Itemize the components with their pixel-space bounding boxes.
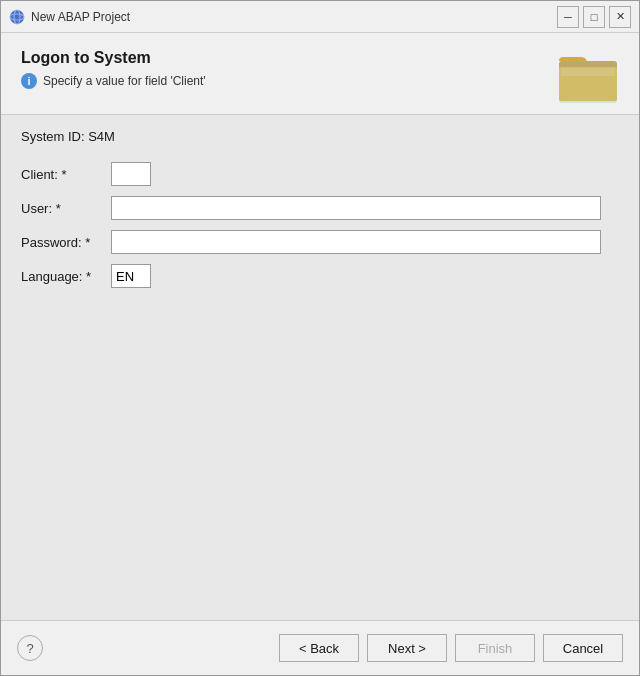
- password-required: *: [85, 235, 90, 250]
- password-label: Password: *: [21, 235, 111, 250]
- maximize-button[interactable]: □: [583, 6, 605, 28]
- svg-point-0: [10, 10, 24, 24]
- header-text: Logon to System i Specify a value for fi…: [21, 49, 549, 89]
- footer-buttons: < Back Next > Finish Cancel: [279, 634, 623, 662]
- window: New ABAP Project ─ □ ✕ Logon to System i…: [0, 0, 640, 676]
- app-icon: [9, 9, 25, 25]
- language-input-wrapper: [111, 264, 601, 288]
- cancel-button[interactable]: Cancel: [543, 634, 623, 662]
- system-id-label: System ID:: [21, 129, 85, 144]
- window-controls: ─ □ ✕: [557, 6, 631, 28]
- subtitle-text: Specify a value for field 'Client': [43, 74, 206, 88]
- folder-icon: [559, 49, 619, 104]
- language-label: Language: *: [21, 269, 111, 284]
- client-label: Client: *: [21, 167, 111, 182]
- footer: ? < Back Next > Finish Cancel: [1, 620, 639, 675]
- user-input[interactable]: [111, 196, 601, 220]
- content-area: Logon to System i Specify a value for fi…: [1, 33, 639, 620]
- user-label: User: *: [21, 201, 111, 216]
- info-icon: i: [21, 73, 37, 89]
- header-section: Logon to System i Specify a value for fi…: [1, 33, 639, 114]
- svg-rect-6: [559, 61, 617, 103]
- system-id-value: S4M: [88, 129, 115, 144]
- page-title: Logon to System: [21, 49, 549, 67]
- client-required: *: [61, 167, 66, 182]
- close-button[interactable]: ✕: [609, 6, 631, 28]
- client-input[interactable]: [111, 162, 151, 186]
- next-button[interactable]: Next >: [367, 634, 447, 662]
- minimize-button[interactable]: ─: [557, 6, 579, 28]
- finish-button[interactable]: Finish: [455, 634, 535, 662]
- password-input[interactable]: [111, 230, 601, 254]
- title-bar: New ABAP Project ─ □ ✕: [1, 1, 639, 33]
- back-button[interactable]: < Back: [279, 634, 359, 662]
- help-button[interactable]: ?: [17, 635, 43, 661]
- language-required: *: [86, 269, 91, 284]
- language-input[interactable]: [111, 264, 151, 288]
- system-id-row: System ID: S4M: [21, 129, 619, 144]
- window-title: New ABAP Project: [31, 10, 557, 24]
- form-grid: Client: * User: * Password: *: [21, 162, 601, 288]
- footer-left: ?: [17, 635, 43, 661]
- client-input-wrapper: [111, 162, 601, 186]
- user-required: *: [56, 201, 61, 216]
- form-section: System ID: S4M Client: * User: *: [1, 115, 639, 620]
- header-subtitle: i Specify a value for field 'Client': [21, 73, 549, 89]
